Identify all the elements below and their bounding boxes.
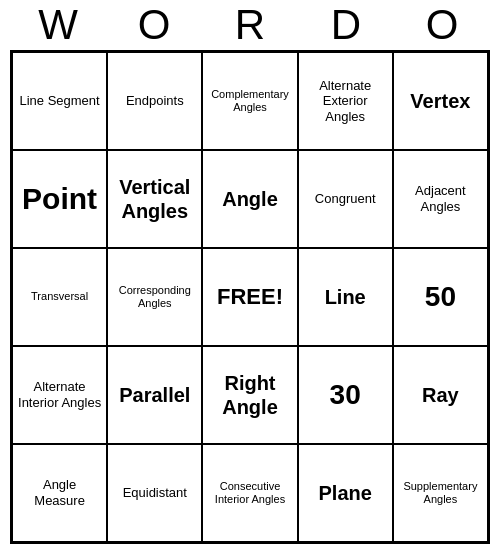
cell-1-2: Angle (202, 150, 297, 248)
cell-1-1: Vertical Angles (107, 150, 202, 248)
cell-3-2: Right Angle (202, 346, 297, 444)
cell-3-0: Alternate Interior Angles (12, 346, 107, 444)
cell-2-0: Transversal (12, 248, 107, 346)
cell-1-0: Point (12, 150, 107, 248)
cell-4-2: Consecutive Interior Angles (202, 444, 297, 542)
cell-0-1: Endpoints (107, 52, 202, 150)
cell-2-2: FREE! (202, 248, 297, 346)
cell-2-4: 50 (393, 248, 488, 346)
cell-2-3: Line (298, 248, 393, 346)
header-letter-D: D (302, 1, 390, 49)
cell-3-4: Ray (393, 346, 488, 444)
cell-4-0: Angle Measure (12, 444, 107, 542)
cell-0-2: Complementary Angles (202, 52, 297, 150)
cell-3-3: 30 (298, 346, 393, 444)
cell-3-1: Parallel (107, 346, 202, 444)
bingo-grid: Line SegmentEndpointsComplementary Angle… (10, 50, 490, 544)
cell-0-3: Alternate Exterior Angles (298, 52, 393, 150)
cell-4-3: Plane (298, 444, 393, 542)
cell-4-4: Supplementary Angles (393, 444, 488, 542)
cell-0-0: Line Segment (12, 52, 107, 150)
cell-2-1: Corresponding Angles (107, 248, 202, 346)
cell-1-4: Adjacent Angles (393, 150, 488, 248)
header-letter-W: W (14, 1, 102, 49)
header-letter-O: O (398, 1, 486, 49)
cell-1-3: Congruent (298, 150, 393, 248)
cell-0-4: Vertex (393, 52, 488, 150)
bingo-header: WORDO (10, 0, 490, 50)
header-letter-R: R (206, 1, 294, 49)
cell-4-1: Equidistant (107, 444, 202, 542)
header-letter-O: O (110, 1, 198, 49)
